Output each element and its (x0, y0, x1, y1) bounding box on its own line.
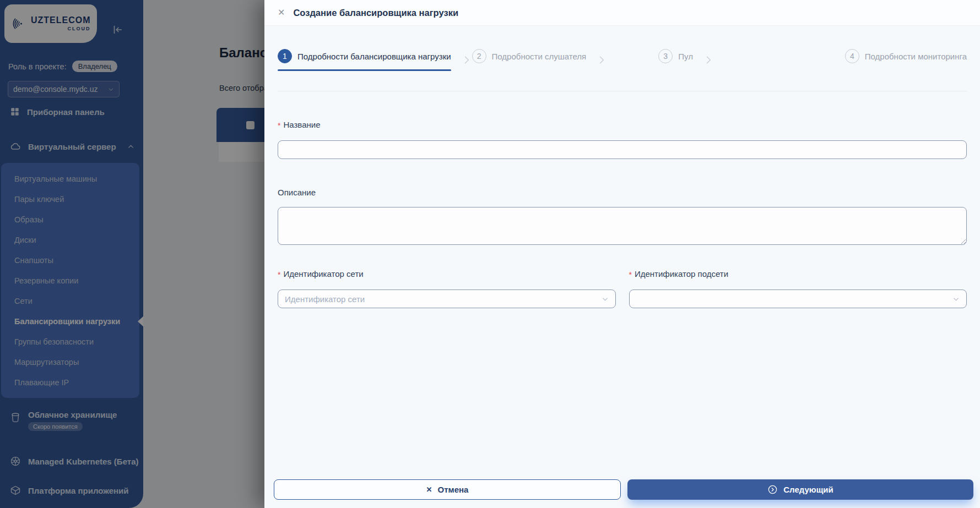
drawer-header: ✕ Создание балансировщика нагрузки (264, 0, 980, 26)
step-label: Подробности мониторинга (865, 52, 967, 61)
wizard-steps: 1 Подробности балансировщика нагрузки 2 … (264, 26, 980, 71)
step-monitoring-details[interactable]: 4 Подробности мониторинга (845, 49, 967, 71)
drawer-title: Создание балансировщика нагрузки (293, 8, 458, 18)
subnet-id-select[interactable] (629, 289, 967, 308)
close-icon: ✕ (426, 485, 432, 494)
step-number: 3 (658, 49, 673, 63)
chevron-down-icon (602, 296, 609, 303)
network-id-label: * Идентификатор сети (278, 269, 616, 278)
step-listener-details[interactable]: 2 Подробности слушателя (472, 49, 659, 71)
subnet-id-label: * Идентификатор подсети (629, 269, 967, 278)
step-pool[interactable]: 3 Пул (658, 49, 845, 71)
description-label: Описание (278, 188, 967, 197)
name-input[interactable] (278, 140, 967, 159)
chevron-right-icon (703, 54, 714, 65)
step-number: 2 (472, 49, 486, 63)
required-asterisk: * (278, 270, 280, 279)
load-balancer-form: * Название Описание * Идентификатор сети… (264, 91, 980, 308)
create-load-balancer-drawer: ✕ Создание балансировщика нагрузки 1 Под… (264, 0, 980, 508)
drawer-footer: ✕ Отмена Следующий (264, 479, 980, 508)
chevron-right-icon (596, 54, 607, 65)
next-button[interactable]: Следующий (627, 479, 973, 500)
arrow-right-circle-icon (767, 484, 778, 495)
required-asterisk: * (629, 270, 632, 279)
network-id-select[interactable]: Идентификатор сети (278, 289, 616, 308)
step-number: 4 (845, 49, 859, 63)
chevron-down-icon (952, 296, 960, 303)
description-textarea[interactable] (278, 207, 967, 245)
step-load-balancer-details[interactable]: 1 Подробности балансировщика нагрузки (278, 49, 472, 71)
name-label: * Название (278, 120, 967, 129)
step-label: Подробности балансировщика нагрузки (297, 52, 451, 61)
cancel-button[interactable]: ✕ Отмена (274, 479, 621, 500)
step-label: Пул (678, 52, 693, 61)
step-label: Подробности слушателя (492, 52, 587, 61)
select-placeholder: Идентификатор сети (285, 294, 365, 304)
chevron-right-icon (461, 54, 472, 65)
close-icon[interactable]: ✕ (278, 8, 285, 17)
required-asterisk: * (278, 121, 280, 130)
step-number: 1 (278, 49, 292, 63)
